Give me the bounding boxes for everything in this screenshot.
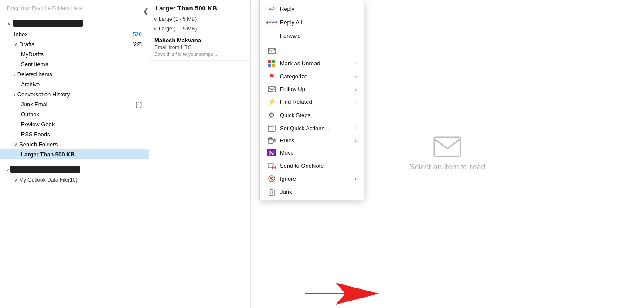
find-related-arrow: ›	[355, 87, 357, 92]
reading-pane-text: Select an item to read	[409, 162, 485, 172]
sidebar-item-larger-than-500kb[interactable]: Larger Than 500 KB	[0, 149, 149, 159]
svg-rect-4	[272, 64, 275, 67]
sidebar: ❮ Drag Your Favorite Folders Here ∨ Inbo…	[0, 0, 149, 308]
sidebar-item-sent-items[interactable]: Sent Items	[0, 59, 149, 69]
sidebar-item-junk-email[interactable]: Junk Email [1]	[0, 99, 149, 109]
svg-point-6	[273, 90, 276, 92]
email-group-2[interactable]: ∨ Large (1 - 5 MB)	[149, 24, 250, 34]
junk-icon	[267, 175, 276, 183]
sidebar-item-review-geek[interactable]: Review Geek	[0, 119, 149, 129]
sidebar-item-archive[interactable]: Archive	[0, 79, 149, 89]
svg-rect-17	[269, 190, 274, 195]
sidebar-section-outlook-data-file[interactable]: ∨ My Outlook Data File(10)	[0, 175, 149, 185]
delete-icon	[267, 188, 276, 196]
categorize-icon	[267, 59, 276, 67]
drag-favorites-area: Drag Your Favorite Folders Here	[0, 2, 149, 15]
move-icon	[267, 137, 276, 144]
group2-chevron: ∨	[153, 26, 157, 32]
menu-item-ignore[interactable]: Send to OneNote	[260, 159, 364, 172]
sidebar-item-outbox[interactable]: Outbox	[0, 109, 149, 119]
email-preview: Save this file to your compu...	[154, 51, 245, 57]
search-folders-chevron: ∨	[14, 142, 17, 147]
move-arrow: ›	[355, 138, 357, 143]
account1-chevron: ∨	[7, 20, 11, 27]
menu-item-mark-unread[interactable]	[260, 45, 364, 57]
drafts-chevron: ∨	[14, 41, 17, 47]
svg-rect-0	[268, 48, 275, 54]
menu-item-find-related[interactable]: Follow Up ›	[260, 83, 364, 95]
forward-icon: →	[267, 32, 276, 40]
account1-header[interactable]: ∨	[0, 17, 149, 29]
svg-line-7	[275, 92, 276, 92]
svg-rect-10	[268, 139, 273, 143]
categorize-arrow: ›	[355, 61, 357, 66]
menu-item-delete[interactable]: Junk	[260, 185, 364, 198]
email-group-1[interactable]: ∨ Large (1 - 5 MB)	[149, 14, 250, 24]
junk-arrow: ›	[355, 176, 357, 181]
svg-marker-21	[305, 283, 379, 305]
sidebar-section-deleted[interactable]: › Deleted Items	[0, 69, 149, 79]
menu-item-rules[interactable]: Set Quick Actions... ›	[260, 122, 364, 134]
svg-rect-3	[268, 64, 271, 67]
reading-pane-mail-icon	[433, 136, 461, 157]
menu-item-categorize[interactable]: Mark as Unread ›	[260, 57, 364, 70]
menu-item-quick-steps[interactable]: ⚡ Find Related ›	[260, 95, 364, 108]
svg-rect-8	[268, 125, 275, 131]
sidebar-collapse-button[interactable]: ❮	[143, 7, 149, 15]
sidebar-section-drafts[interactable]: ∨ Drafts [22]	[0, 39, 149, 49]
quick-steps-icon: ⚡	[267, 98, 276, 106]
svg-rect-2	[272, 60, 275, 63]
rules-icon	[267, 125, 276, 132]
account2-chevron: ›	[7, 166, 9, 173]
sidebar-section-search-folders[interactable]: ∨ Search Folders	[0, 139, 149, 149]
svg-rect-22	[434, 137, 460, 156]
folder-title: Larger Than 500 KB	[149, 0, 250, 14]
followup-arrow: ›	[355, 74, 357, 79]
menu-item-reply[interactable]: ↩ Reply	[260, 2, 364, 16]
outlook-data-chevron: ∨	[14, 177, 17, 183]
find-related-icon	[267, 86, 276, 92]
reply-all-icon: ↩↩	[267, 18, 276, 27]
account2-bar	[10, 166, 80, 173]
account1-bar	[13, 20, 83, 27]
quick-steps-arrow: ›	[355, 99, 357, 105]
set-quick-actions-icon: ⚙	[267, 111, 276, 119]
account2-header[interactable]: ›	[0, 163, 149, 175]
menu-item-junk[interactable]: Ignore ›	[260, 172, 364, 185]
ignore-icon	[267, 162, 276, 169]
rules-arrow: ›	[355, 125, 357, 131]
menu-item-send-onenote[interactable]: N Move	[260, 146, 364, 159]
red-arrow-annotation	[301, 281, 379, 308]
email-subject: Email from HTG	[154, 44, 245, 51]
sidebar-section-conversation-history[interactable]: › Conversation History	[0, 89, 149, 99]
reply-icon: ↩	[267, 5, 276, 13]
sidebar-item-inbox[interactable]: Inbox 520	[0, 29, 149, 39]
conv-history-chevron: ›	[14, 92, 16, 97]
mark-unread-icon	[267, 48, 276, 54]
email-sender: Mahesh Makvana	[154, 37, 245, 44]
menu-item-move[interactable]: Rules ›	[260, 134, 364, 146]
onenote-icon: N	[267, 149, 276, 156]
follow-up-icon: ⚑	[267, 72, 276, 81]
menu-item-forward[interactable]: → Forward	[260, 29, 364, 42]
group1-chevron: ∨	[153, 17, 157, 22]
deleted-chevron: ›	[14, 72, 16, 77]
menu-item-set-quick-actions[interactable]: ⚙ Quick Steps	[260, 108, 364, 122]
menu-item-reply-all[interactable]: ↩↩ Reply All	[260, 16, 364, 29]
menu-divider-1	[260, 44, 364, 44]
svg-rect-1	[268, 60, 271, 63]
context-menu: ↩ Reply ↩↩ Reply All → Forward	[259, 0, 364, 200]
sidebar-item-mydrafts[interactable]: MyDrafts	[0, 49, 149, 59]
menu-item-follow-up[interactable]: ⚑ Categorize ›	[260, 70, 364, 83]
email-list-item[interactable]: Mahesh Makvana Email from HTG Save this …	[149, 34, 250, 61]
sidebar-item-rss-feeds[interactable]: RSS Feeds	[0, 129, 149, 139]
email-list-panel: Larger Than 500 KB ∨ Large (1 - 5 MB) ∨ …	[149, 0, 251, 308]
